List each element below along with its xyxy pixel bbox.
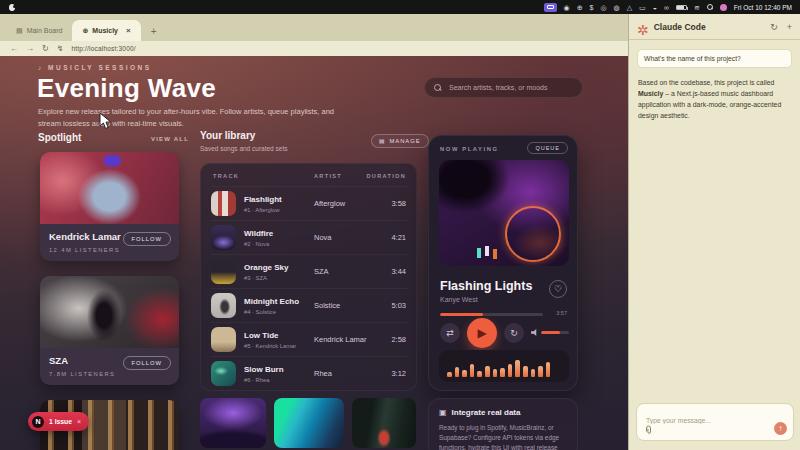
volume-slider[interactable] [541, 331, 569, 334]
volume-icon[interactable] [531, 329, 538, 336]
tab-main-board[interactable]: ▤ Main Board [6, 20, 72, 41]
track-duration: 3:12 [391, 369, 406, 378]
album-art [211, 191, 236, 216]
macos-menubar: ◉ ⊕ $ ◎ ◍ △ ▭ ◒ ∞ ≋ Fri Oct 10 12:40 PM [0, 0, 800, 14]
status-icon[interactable]: ◉ [564, 4, 570, 11]
track-artist: Rhea [314, 369, 332, 378]
album-art [211, 361, 236, 386]
table-row[interactable]: Wildfire#2 · Nova Nova 4:21 [211, 220, 408, 254]
play-icon: ▶ [477, 326, 486, 340]
wifi-icon[interactable]: ≋ [694, 4, 700, 11]
table-row[interactable]: Orange Sky#3 · SZA SZA 3:44 [211, 254, 408, 288]
battery-icon[interactable] [676, 5, 687, 10]
forward-icon[interactable]: → [26, 44, 34, 53]
progress-bar[interactable] [440, 313, 543, 316]
artist-photo [40, 276, 179, 348]
claude-header: ✲ Claude Code ↻ + [629, 14, 800, 40]
search-input[interactable] [447, 83, 573, 92]
integrate-title: Integrate real data [452, 408, 521, 417]
issue-count: 1 Issue [49, 418, 72, 425]
artist-listeners: 12.4M LISTENERS [49, 247, 170, 253]
track-artist: Solstice [314, 301, 340, 310]
follow-button[interactable]: FOLLOW [123, 356, 171, 370]
equalizer [439, 350, 569, 382]
manage-button[interactable]: ▤ MANAGE [371, 134, 429, 148]
close-icon[interactable]: × [77, 418, 81, 425]
column-header-artist: ARTIST [314, 173, 342, 179]
mouse-cursor [98, 112, 113, 131]
history-icon[interactable]: ↻ [770, 22, 778, 32]
table-row[interactable]: Low Tide#5 · Kendrick Lamar Kendrick Lam… [211, 322, 408, 356]
now-playing-track: Flashing Lights [440, 279, 532, 293]
new-chat-icon[interactable]: + [787, 22, 792, 32]
status-icon[interactable]: ◍ [614, 4, 620, 11]
track-duration: 3:44 [391, 267, 406, 276]
table-row[interactable]: Flashlight#1 · Afterglow Afterglow 3:58 [211, 186, 408, 220]
artist-card[interactable]: SZA 7.8M LISTENERS FOLLOW [40, 276, 179, 385]
table-row[interactable]: Midnight Echo#4 · Solstice Solstice 5:03 [211, 288, 408, 322]
album-art [211, 259, 236, 284]
playlist-thumbnail[interactable] [274, 398, 344, 448]
back-icon[interactable]: ← [10, 44, 18, 53]
column-header-track: TRACK [213, 173, 239, 179]
nextjs-issue-badge[interactable]: N 1 Issue × [28, 412, 89, 431]
tab-musicly[interactable]: ⊕ Musicly × [72, 20, 140, 41]
new-tab-button[interactable]: + [151, 26, 157, 37]
play-button[interactable]: ▶ [467, 318, 497, 348]
track-artist: Nova [314, 233, 332, 242]
status-icon[interactable]: $ [590, 4, 594, 11]
apple-logo-icon[interactable] [9, 4, 15, 11]
shuffle-icon: ⇄ [446, 328, 454, 338]
globe-icon: ⊕ [82, 27, 88, 35]
repeat-button[interactable]: ↻ [504, 323, 524, 343]
artist-listeners: 7.8M LISTENERS [49, 371, 170, 377]
like-button[interactable]: ♡ [549, 280, 567, 298]
playlist-thumbnail[interactable] [200, 398, 266, 448]
status-icon[interactable]: ◒ [653, 4, 657, 11]
message-input[interactable] [644, 416, 786, 425]
devtools-icon[interactable]: ↯ [57, 44, 64, 53]
address-bar[interactable]: http://localhost:3000/ [71, 45, 135, 52]
send-button[interactable]: ↑ [774, 422, 787, 435]
spotlight-search-icon[interactable] [707, 4, 713, 10]
reload-icon[interactable]: ↻ [42, 44, 49, 53]
table-row[interactable]: Slow Burn#6 · Rhea Rhea 3:12 [211, 356, 408, 390]
database-icon: ▣ [439, 408, 447, 417]
search-box[interactable] [424, 77, 583, 98]
follow-button[interactable]: FOLLOW [123, 232, 171, 246]
track-title: Wildfire [244, 229, 273, 238]
message-composer[interactable]: ↑ [636, 403, 794, 441]
tab-close-icon[interactable]: × [126, 26, 131, 35]
repeat-icon: ↻ [510, 328, 518, 338]
track-artist: SZA [314, 267, 329, 276]
track-duration: 5:03 [391, 301, 406, 310]
playlist-thumbnail[interactable] [352, 398, 416, 448]
library-table: TRACK ARTIST DURATION Flashlight#1 · Aft… [200, 163, 417, 391]
track-artist: Kendrick Lamar [314, 335, 367, 344]
status-icon[interactable]: ⊕ [577, 4, 583, 11]
page-eyebrow: ♪ MUSICLY SESSIONS [38, 64, 152, 71]
search-icon [434, 84, 441, 91]
status-icon[interactable]: ◎ [600, 4, 606, 11]
queue-button[interactable]: QUEUE [527, 142, 568, 154]
user-avatar-icon[interactable] [720, 4, 727, 11]
manage-label: MANAGE [389, 138, 420, 144]
heart-icon: ♡ [554, 284, 562, 294]
now-playing-label: NOW PLAYING [440, 146, 499, 152]
track-time: 3:57 [556, 310, 567, 316]
screen-share-icon[interactable] [544, 3, 557, 12]
shuffle-button[interactable]: ⇄ [440, 323, 460, 343]
track-meta: #4 · Solstice [244, 309, 299, 315]
page-title: Evening Wave [37, 73, 216, 104]
status-icon[interactable]: ▭ [639, 4, 646, 11]
menubar-clock[interactable]: Fri Oct 10 12:40 PM [734, 4, 792, 11]
view-all-link[interactable]: VIEW ALL [151, 136, 189, 142]
attach-icon[interactable] [644, 425, 653, 435]
track-artist: Afterglow [314, 199, 345, 208]
status-icon[interactable]: △ [627, 4, 632, 11]
status-icon[interactable]: ∞ [664, 4, 669, 11]
track-title: Orange Sky [244, 263, 288, 272]
artist-card[interactable]: Kendrick Lamar 12.4M LISTENERS FOLLOW [40, 152, 179, 261]
track-meta: #3 · SZA [244, 275, 288, 281]
hero-description: Explore new releases tailored to your af… [38, 106, 350, 129]
